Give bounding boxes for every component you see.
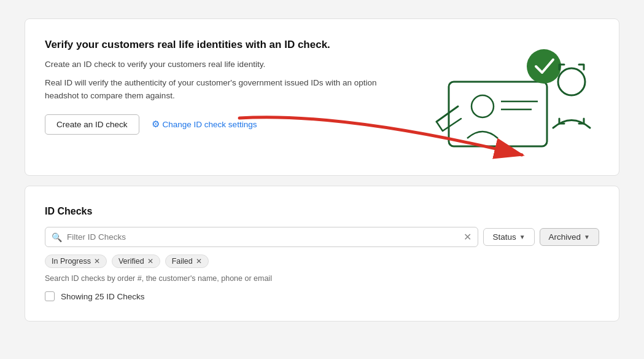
archived-caret-icon: ▼ (584, 234, 590, 240)
search-input[interactable] (67, 232, 464, 242)
status-filter-button[interactable]: Status ▼ (483, 228, 534, 246)
settings-link[interactable]: ⚙ Change ID check settings (152, 119, 257, 130)
gear-icon: ⚙ (152, 119, 160, 130)
search-hint: Search ID checks by order #, the custome… (45, 274, 599, 283)
tag-verified-label: Verified (118, 257, 144, 266)
svg-point-4 (527, 49, 561, 84)
search-box: 🔍 ✕ (45, 227, 478, 247)
svg-point-1 (471, 95, 494, 117)
search-icon: 🔍 (52, 232, 62, 242)
hero-actions: Create an ID check ⚙ Change ID check set… (45, 114, 389, 135)
hero-text: Verify your customers real life identiti… (45, 39, 389, 135)
svg-point-5 (558, 68, 585, 95)
hero-desc1: Create an ID check to verify your custom… (45, 58, 389, 71)
tag-verified: Verified ✕ (112, 254, 160, 268)
clear-icon[interactable]: ✕ (464, 231, 471, 243)
tag-failed-close[interactable]: ✕ (196, 257, 202, 266)
showing-row: Showing 25 ID Checks (45, 291, 599, 301)
section-title: ID Checks (45, 206, 599, 217)
hero-card: Verify your customers real life identiti… (25, 18, 619, 176)
settings-link-label: Change ID check settings (163, 120, 257, 129)
create-id-check-button[interactable]: Create an ID check (45, 114, 139, 135)
status-caret-icon: ▼ (519, 234, 526, 240)
id-illustration (430, 33, 596, 156)
select-all-checkbox[interactable] (45, 291, 55, 301)
status-button-label: Status (492, 232, 516, 242)
tag-in-progress-close[interactable]: ✕ (94, 257, 100, 266)
svg-rect-0 (449, 82, 547, 146)
archived-button-label: Archived (549, 232, 581, 242)
tag-in-progress: In Progress ✕ (45, 254, 107, 268)
archived-filter-button[interactable]: Archived ▼ (540, 228, 599, 246)
tag-failed: Failed ✕ (165, 254, 209, 268)
hero-illustration (427, 33, 599, 156)
tag-verified-close[interactable]: ✕ (147, 257, 153, 266)
tags-row: In Progress ✕ Verified ✕ Failed ✕ (45, 254, 599, 268)
showing-label: Showing 25 ID Checks (61, 292, 145, 301)
tag-failed-label: Failed (172, 257, 193, 266)
hero-title: Verify your customers real life identiti… (45, 39, 389, 51)
tag-in-progress-label: In Progress (52, 257, 91, 266)
hero-desc2: Real ID will verify the authenticity of … (45, 77, 389, 102)
filter-row: 🔍 ✕ Status ▼ Archived ▼ (45, 227, 599, 247)
id-checks-card: ID Checks 🔍 ✕ Status ▼ Archived ▼ In Pro… (25, 186, 619, 322)
